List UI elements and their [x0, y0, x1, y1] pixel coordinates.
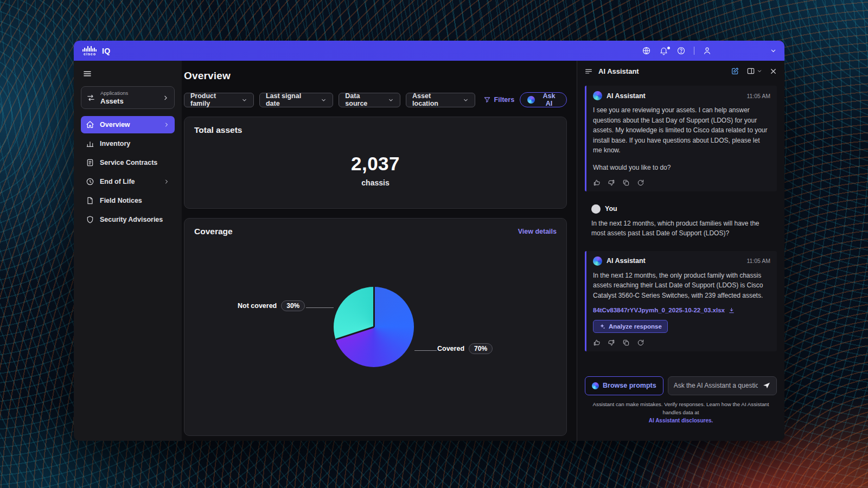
- sidebar-item-field-notices[interactable]: Field Notices: [81, 192, 175, 209]
- copy-icon[interactable]: [622, 339, 630, 346]
- panel-layout-icon: [746, 67, 755, 75]
- filter-chip-last-signal-date[interactable]: Last signal date: [259, 93, 333, 107]
- ai-disclaimer: Assistant can make mistakes. Verify resp…: [585, 400, 777, 425]
- main-content: Overview Product family Last signal date…: [182, 61, 577, 441]
- panel-layout-toggle[interactable]: [746, 67, 762, 75]
- ai-panel-header: AI Assistant: [577, 61, 784, 81]
- sidebar-item-label: Overview: [100, 121, 130, 129]
- refresh-icon[interactable]: [637, 339, 644, 346]
- new-chat-icon[interactable]: [731, 67, 739, 75]
- ai-avatar: [593, 256, 602, 266]
- menu-icon[interactable]: [82, 69, 92, 79]
- top-bar: cisco IQ: [74, 41, 784, 61]
- ask-ai-label: Ask AI: [539, 92, 559, 107]
- callout-covered: Covered 70%: [437, 343, 493, 354]
- analyze-response-label: Analyze response: [609, 323, 662, 330]
- thumbs-down-icon[interactable]: [608, 339, 615, 346]
- download-icon: [728, 307, 735, 314]
- filters-link[interactable]: Filters: [483, 96, 515, 104]
- coverage-pie: [334, 287, 414, 367]
- covered-label: Covered: [437, 345, 464, 352]
- ai-panel-footer: Browse prompts Assistant can make mistak…: [577, 376, 784, 425]
- filter-chip-data-source[interactable]: Data source: [339, 93, 400, 107]
- ask-ai-button[interactable]: Ask AI: [520, 92, 567, 107]
- thumbs-down-icon[interactable]: [608, 179, 615, 187]
- copy-icon[interactable]: [622, 179, 630, 187]
- send-icon[interactable]: [762, 381, 771, 390]
- desktop-background: { "app": { "logo_text": "cisco", "produc…: [0, 0, 868, 488]
- sidebar-item-security-advisories[interactable]: Security Advisories: [81, 211, 175, 228]
- attachment-filename: 84tCv83847rYVJpymh_0_2025-10-22_03.xlsx: [593, 307, 725, 313]
- total-assets-title: Total assets: [194, 125, 557, 135]
- sidebar-item-end-of-life[interactable]: End of Life: [81, 173, 175, 190]
- app-switcher-assets[interactable]: Applications Assets: [81, 86, 175, 109]
- browse-prompts-button[interactable]: Browse prompts: [585, 376, 663, 395]
- topbar-actions: [642, 46, 777, 55]
- ai-message: AI Assistant 11:05 AM In the next 12 mon…: [585, 251, 777, 351]
- message-time: 11:05 AM: [746, 258, 770, 264]
- filters-label: Filters: [494, 96, 515, 104]
- message-actions: [593, 179, 770, 187]
- sidebar-item-label: Security Advisories: [100, 216, 163, 223]
- chevron-right-icon: [163, 178, 170, 185]
- chevron-down-icon: [463, 97, 469, 103]
- thumbs-up-icon[interactable]: [593, 179, 601, 187]
- message-actions: [593, 339, 770, 346]
- filter-chip-product-family[interactable]: Product family: [184, 93, 254, 107]
- message-time: 11:05 AM: [746, 93, 770, 99]
- panel-menu-icon[interactable]: [584, 67, 593, 75]
- total-assets-card: Total assets 2,037 chassis: [184, 117, 567, 209]
- help-icon[interactable]: [676, 46, 686, 55]
- message-text: In the next 12 months, which product fam…: [591, 219, 770, 239]
- message-text: In the next 12 months, the only product …: [593, 271, 770, 301]
- chip-label: Last signal date: [266, 92, 316, 107]
- document-icon: [86, 158, 94, 167]
- sidebar-item-inventory[interactable]: Inventory: [81, 135, 175, 152]
- close-icon[interactable]: [769, 67, 777, 75]
- sidebar-item-overview[interactable]: Overview: [81, 116, 175, 133]
- user-avatar: [591, 204, 601, 214]
- ask-question-input[interactable]: [674, 382, 758, 389]
- sidebar-item-service-contracts[interactable]: Service Contracts: [81, 154, 175, 171]
- filter-chip-asset-location[interactable]: Asset location: [406, 93, 475, 107]
- chevron-down-icon[interactable]: [770, 47, 777, 54]
- ai-orb-icon: [592, 382, 599, 389]
- notification-dot: [667, 47, 670, 49]
- chevron-down-icon: [321, 97, 327, 103]
- attachment-link[interactable]: 84tCv83847rYVJpymh_0_2025-10-22_03.xlsx: [593, 307, 770, 314]
- chevron-down-icon: [757, 68, 762, 74]
- analyze-response-button[interactable]: Analyze response: [593, 320, 668, 333]
- cisco-wordmark: cisco: [84, 52, 96, 56]
- assets-swap-icon: [86, 93, 95, 102]
- brand: cisco IQ: [82, 46, 110, 56]
- globe-icon[interactable]: [642, 46, 651, 55]
- pie-divider-end: [335, 326, 374, 341]
- product-name: IQ: [102, 47, 110, 56]
- browse-prompts-label: Browse prompts: [603, 382, 656, 389]
- sidebar-item-label: Service Contracts: [100, 159, 157, 166]
- pie-divider-start: [373, 287, 375, 327]
- message-text: What would you like to do?: [593, 163, 770, 173]
- callout-line-not-covered: [306, 307, 334, 308]
- covered-value: 70%: [469, 343, 493, 354]
- disclaimer-text: Assistant can make mistakes. Verify resp…: [592, 401, 769, 415]
- notifications-bell-icon[interactable]: [659, 46, 668, 55]
- not-covered-value: 30%: [281, 300, 305, 311]
- total-assets-unit: chassis: [184, 178, 566, 187]
- total-assets-value: 2,037: [184, 153, 566, 175]
- sidebar: Applications Assets Overview: [74, 61, 182, 441]
- disclaimer-link[interactable]: AI Assistant disclosures.: [588, 416, 774, 425]
- app-switcher-eyebrow: Applications: [100, 90, 128, 96]
- coverage-chart: Not covered 30% Covered 70%: [184, 219, 566, 435]
- ai-message-list: AI Assistant 11:05 AM I see you are revi…: [577, 81, 784, 351]
- refresh-icon[interactable]: [637, 179, 644, 187]
- ai-message: AI Assistant 11:05 AM I see you are revi…: [585, 86, 777, 191]
- not-covered-label: Not covered: [238, 302, 277, 310]
- ask-question-box: [668, 376, 777, 395]
- message-author: AI Assistant: [607, 92, 646, 100]
- cisco-logo-icon: cisco: [82, 46, 97, 56]
- user-message: You In the next 12 months, which product…: [585, 199, 777, 243]
- coverage-card: Coverage View details Not covered 30%: [184, 218, 567, 436]
- thumbs-up-icon[interactable]: [593, 339, 601, 346]
- user-profile-icon[interactable]: [703, 46, 712, 55]
